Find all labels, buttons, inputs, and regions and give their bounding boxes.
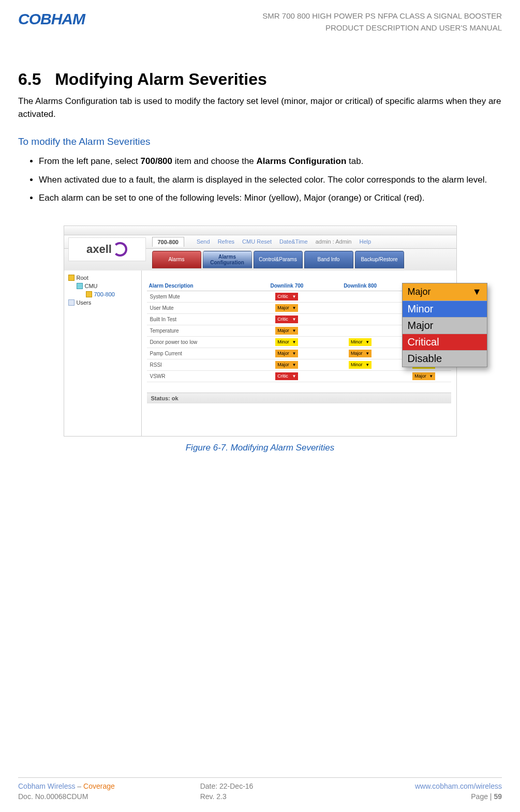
severity-dropdown[interactable]: Major▼ — [275, 327, 298, 335]
severity-dropdown[interactable]: Minor▼ — [275, 338, 298, 346]
alarm-description: Pamp Current — [147, 348, 250, 359]
app-screenshot: axell 700-800 Send Refres CMU Reset Date… — [64, 225, 457, 437]
alarm-description: Donor power too low — [147, 336, 250, 348]
tree-root[interactable]: Root — [67, 274, 138, 282]
severity-label: Major — [277, 351, 289, 356]
severity-dropdown[interactable]: Major▼ — [349, 350, 372, 357]
section-title-text: Modifying Alarm Severities — [55, 70, 267, 88]
footer-text: Page | — [471, 792, 494, 801]
page-footer: Cobham Wireless – Coverage Date: 22-Dec-… — [18, 777, 502, 801]
text-bold: Alarms Configuration — [257, 156, 347, 166]
severity-cell: Critic▼ — [250, 313, 324, 325]
chevron-down-icon: ▼ — [292, 363, 296, 367]
severity-cell: Minor▼ — [250, 336, 324, 348]
text: item and choose the — [172, 156, 257, 166]
instruction-item: Each alarm can be set to one of the foll… — [39, 191, 502, 205]
severity-dropdown[interactable]: Major▼ — [275, 304, 298, 312]
instruction-item: When activated due to a fault, the alarm… — [39, 173, 502, 187]
datetime-link[interactable]: Date&Time — [279, 238, 308, 245]
tab-alarms-configuration[interactable]: Alarms Configuration — [203, 251, 252, 268]
admin-label: admin : Admin — [316, 238, 352, 245]
footer-docno: Doc. No.00068CDUM — [18, 792, 180, 801]
axell-logo: axell — [68, 237, 146, 261]
severity-cell: Critic▼ — [250, 291, 324, 302]
tab-alarms[interactable]: Alarms — [152, 251, 201, 268]
severity-label: Minor — [351, 339, 363, 344]
severity-cell: Major▼ — [397, 370, 451, 382]
tree-cmu[interactable]: CMU — [67, 282, 138, 290]
instruction-item: From the left pane, select 700/800 item … — [39, 155, 502, 168]
severity-dropdown[interactable]: Critic▼ — [275, 293, 298, 300]
tree-label: CMU — [85, 283, 98, 289]
tree-label: Root — [77, 275, 88, 281]
chevron-down-icon: ▼ — [365, 351, 369, 356]
severity-dropdown-selected[interactable]: Major ▼ — [403, 283, 487, 300]
severity-dropdown[interactable]: Minor▼ — [349, 361, 372, 369]
col-downlink-800: Downlink 800 — [323, 281, 397, 291]
instruction-list: From the left pane, select 700/800 item … — [18, 155, 502, 205]
severity-option-major[interactable]: Major — [403, 317, 487, 334]
page-number: 59 — [494, 792, 502, 801]
alarm-description: VSWR — [147, 370, 250, 382]
chevron-down-icon: ▼ — [292, 294, 296, 299]
tab-backup-restore[interactable]: Backup/Restore — [355, 251, 404, 268]
severity-cell: Major▼ — [250, 359, 324, 370]
chevron-down-icon: ▼ — [472, 287, 482, 297]
severity-option-critical[interactable]: Critical — [403, 334, 487, 350]
folder-icon — [68, 275, 75, 281]
tab-control-params[interactable]: Control&Params — [254, 251, 303, 268]
tree-700-800[interactable]: 700-800 — [67, 290, 138, 298]
chevron-down-icon: ▼ — [292, 306, 296, 310]
alarm-description: Temperature — [147, 325, 250, 336]
chevron-down-icon: ▼ — [365, 340, 369, 344]
tree-users[interactable]: Users — [67, 298, 138, 307]
tab-band-info[interactable]: Band Info — [304, 251, 353, 268]
refresh-link[interactable]: Refres — [218, 238, 234, 245]
tree-label: 700-800 — [94, 291, 115, 297]
send-link[interactable]: Send — [197, 238, 210, 245]
chevron-down-icon: ▼ — [292, 340, 296, 344]
cobham-logo: COBHAM — [18, 10, 85, 28]
severity-dropdown[interactable]: Critic▼ — [275, 315, 298, 323]
severity-dropdown[interactable]: Critic▼ — [275, 372, 298, 380]
severity-label: Critic — [277, 294, 288, 299]
text: From the left pane, select — [39, 156, 141, 166]
status-bar: Status: ok — [147, 393, 451, 403]
severity-dropdown[interactable]: Major▼ — [275, 361, 298, 369]
tree-sidebar: Root CMU 700-800 Users — [64, 270, 142, 436]
severity-cell: Major▼ — [250, 348, 324, 359]
footer-page: Page | 59 — [340, 792, 502, 801]
section-heading: 6.5 Modifying Alarm Severities — [18, 70, 502, 89]
help-link[interactable]: Help — [359, 238, 371, 245]
severity-dropdown-popup: Major ▼ Minor Major Critical Disable — [402, 283, 487, 367]
severity-cell — [323, 302, 397, 313]
severity-label: Minor — [351, 362, 363, 367]
severity-label: Critic — [277, 373, 288, 379]
footer-url: www.cobham.com/wireless — [340, 782, 502, 790]
severity-cell — [323, 313, 397, 325]
severity-cell: Minor▼ — [323, 359, 397, 370]
severity-cell: Major▼ — [250, 325, 324, 336]
severity-dropdown[interactable]: Minor▼ — [349, 338, 372, 346]
doc-header-line1: SMR 700 800 HIGH POWER PS NFPA CLASS A S… — [262, 10, 502, 22]
severity-label: Major — [414, 373, 426, 379]
footer-date: Date: 22-Dec-16 — [180, 782, 341, 790]
alarm-description: User Mute — [147, 302, 250, 313]
app-titlebar — [64, 226, 456, 235]
topbar-device-tab[interactable]: 700-800 — [152, 237, 184, 247]
severity-option-minor[interactable]: Minor — [403, 300, 487, 317]
cmu-reset-link[interactable]: CMU Reset — [242, 238, 272, 245]
topbar-links: Send Refres CMU Reset Date&Time admin : … — [197, 238, 377, 245]
severity-dropdown[interactable]: Major▼ — [275, 350, 298, 357]
severity-cell: Critic▼ — [250, 370, 324, 382]
alarm-description: System Mute — [147, 291, 250, 302]
chevron-down-icon: ▼ — [292, 317, 296, 322]
severity-label: Major — [277, 305, 289, 310]
severity-cell: Major▼ — [250, 302, 324, 313]
severity-label: Major — [277, 362, 289, 367]
alarm-description: RSSI — [147, 359, 250, 370]
alarm-description: Built In Test — [147, 313, 250, 325]
severity-dropdown[interactable]: Major▼ — [412, 372, 435, 380]
severity-option-disable[interactable]: Disable — [403, 350, 487, 367]
doc-header-line2: PRODUCT DESCRIPTION AND USER'S MANUAL — [262, 22, 502, 34]
